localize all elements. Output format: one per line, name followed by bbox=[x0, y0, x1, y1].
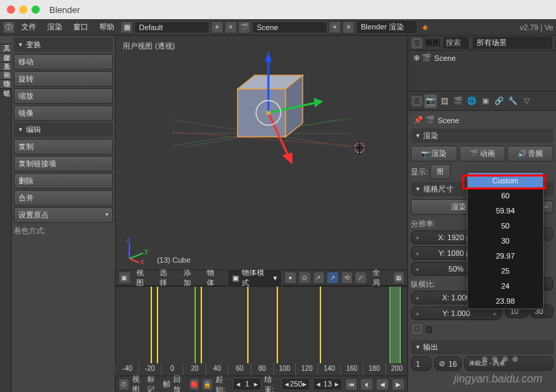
remove-scene-button[interactable]: × bbox=[342, 21, 355, 34]
current-frame-field[interactable]: ◂13▸ bbox=[313, 378, 342, 391]
outliner-editor-icon[interactable]: ☰ bbox=[411, 37, 423, 49]
tab-render-icon[interactable]: 📷 bbox=[425, 94, 437, 108]
jump-start-button[interactable]: ⏮ bbox=[345, 378, 358, 391]
menu-window[interactable]: 窗口 bbox=[68, 21, 93, 34]
add-layout-button[interactable]: + bbox=[211, 21, 223, 34]
timeline-frame-menu[interactable]: 帧 bbox=[163, 379, 170, 389]
output-frame-start[interactable]: 1 bbox=[411, 356, 431, 371]
scene-select[interactable]: Scene bbox=[252, 21, 327, 34]
properties-tabs: ☰ 📷 🖼 🎬 🌐 ▣ 🔗 🔧 ▽ bbox=[408, 92, 556, 111]
duplicate-button[interactable]: 复制 bbox=[14, 139, 113, 155]
info-editor-icon[interactable]: ⓘ bbox=[3, 21, 15, 34]
delete-button[interactable]: 删除 bbox=[14, 173, 113, 189]
prev-keyframe-button[interactable]: ⏴ bbox=[360, 378, 373, 391]
properties-breadcrumb: 📌 🎬 Scene bbox=[411, 114, 553, 127]
menu-help[interactable]: 帮助 bbox=[94, 21, 119, 34]
fps-option-30[interactable]: 30 bbox=[468, 233, 543, 248]
3d-editor-type-icon[interactable]: ▣ bbox=[118, 272, 131, 284]
tab-relations[interactable]: 关系 bbox=[0, 53, 12, 62]
minimize-window-button[interactable] bbox=[19, 5, 27, 14]
fps-option-60[interactable]: 60 bbox=[468, 188, 543, 203]
outliner-header: ☰ 视图 搜索 所有场景 bbox=[408, 36, 556, 51]
timeline-view-menu[interactable]: 视图 bbox=[132, 374, 145, 393]
close-window-button[interactable] bbox=[7, 5, 15, 14]
render-button[interactable]: 📷 渲染 bbox=[411, 146, 457, 161]
scale-button[interactable]: 缩放 bbox=[14, 88, 113, 104]
tab-object-icon[interactable]: ▣ bbox=[479, 94, 492, 108]
3d-viewport[interactable]: 用户视图 (透视) bbox=[116, 36, 407, 270]
properties-editor-icon[interactable]: ☰ bbox=[411, 95, 423, 107]
shading-solid-icon[interactable]: ● bbox=[284, 272, 296, 284]
start-frame-field[interactable]: ◂1▸ bbox=[233, 378, 262, 391]
transform-header[interactable]: 变换 bbox=[14, 38, 113, 52]
render-panel-header[interactable]: 渲染 bbox=[411, 129, 553, 143]
outliner-view-menu[interactable]: 视图 bbox=[425, 38, 440, 48]
manipulator-scale-icon[interactable]: ⤢ bbox=[355, 272, 367, 284]
tab-world-icon[interactable]: 🌐 bbox=[466, 94, 478, 108]
shading-label: 着色方式: bbox=[14, 224, 113, 237]
play-reverse-button[interactable]: ◀ bbox=[376, 378, 389, 391]
tab-tools[interactable]: 工具 bbox=[0, 36, 12, 44]
lock-icon[interactable]: 🔒 bbox=[202, 378, 213, 391]
cube-object[interactable] bbox=[173, 36, 351, 188]
join-button[interactable]: 合并 bbox=[14, 190, 113, 206]
timeline-playback-menu[interactable]: 回放 bbox=[173, 374, 186, 393]
tab-create[interactable]: 创建 bbox=[0, 44, 12, 53]
layers-icon[interactable]: ▦ bbox=[393, 272, 405, 284]
svg-text:y: y bbox=[144, 246, 149, 254]
maximize-window-button[interactable] bbox=[31, 5, 40, 14]
auto-keyframe-icon[interactable]: 🔴 bbox=[189, 378, 200, 391]
outliner-search-field[interactable]: 搜索 bbox=[442, 36, 470, 50]
screen-layout-select[interactable]: Default bbox=[134, 21, 210, 34]
manipulator-icon[interactable]: ↗ bbox=[313, 272, 325, 284]
tab-data-icon[interactable]: ▽ bbox=[520, 94, 533, 108]
timeline-canvas[interactable]: -40 -20 0 20 40 60 80 100 120 140 160 18… bbox=[116, 287, 407, 376]
menu-render[interactable]: 渲染 bbox=[42, 21, 67, 34]
app-title: Blender bbox=[49, 5, 80, 15]
translate-button[interactable]: 移动 bbox=[14, 54, 113, 70]
tab-modifiers-icon[interactable]: 🔧 bbox=[507, 94, 519, 108]
manipulator-rotate-icon[interactable]: ⟲ bbox=[341, 272, 353, 284]
rotate-button[interactable]: 旋转 bbox=[14, 71, 113, 87]
outliner-item-scene[interactable]: ⊕ 🎬 Scene bbox=[414, 53, 551, 62]
menu-file[interactable]: 文件 bbox=[16, 21, 41, 34]
tab-physics[interactable]: 物理 bbox=[0, 71, 12, 80]
edit-header[interactable]: 编辑 bbox=[14, 122, 113, 137]
fps-option-custom[interactable]: Custom bbox=[468, 173, 543, 188]
tab-grease-pencil[interactable]: 蜡笔 bbox=[0, 80, 12, 89]
fps-option-50[interactable]: 50 bbox=[468, 218, 543, 233]
mirror-button[interactable]: 镜像 bbox=[14, 105, 113, 121]
scene-icon[interactable]: 🎬 bbox=[238, 21, 251, 34]
add-scene-button[interactable]: + bbox=[329, 21, 341, 34]
timeline-current-frame-cursor[interactable] bbox=[390, 287, 401, 363]
tab-animation[interactable]: 动画 bbox=[0, 62, 12, 71]
end-frame-field[interactable]: ◂250▸ bbox=[281, 378, 310, 391]
render-audio-button[interactable]: 🔊 音频 bbox=[507, 146, 553, 161]
border-checkbox[interactable]: ☐ bbox=[411, 323, 423, 335]
fps-option-24[interactable]: 24 bbox=[468, 278, 543, 293]
set-origin-button[interactable]: 设置原点 bbox=[14, 207, 113, 223]
pivot-icon[interactable]: ⊙ bbox=[299, 272, 311, 284]
tab-render-layers-icon[interactable]: 🖼 bbox=[438, 94, 451, 108]
layout-grid-icon[interactable]: ▦ bbox=[121, 21, 133, 34]
outliner-filter-select[interactable]: 所有场景 bbox=[472, 36, 553, 50]
tab-scene-icon[interactable]: 🎬 bbox=[452, 94, 464, 108]
blender-logo-icon: ◆ bbox=[419, 21, 431, 34]
tab-constraints-icon[interactable]: 🔗 bbox=[493, 94, 505, 108]
timeline-editor-icon[interactable]: ⏱ bbox=[118, 378, 129, 391]
top-menu-bar: ⓘ 文件 渲染 窗口 帮助 ▦ Default + × 🎬 Scene + × … bbox=[0, 19, 556, 36]
remove-layout-button[interactable]: × bbox=[225, 21, 237, 34]
fps-option-25[interactable]: 25 bbox=[468, 263, 543, 278]
manipulator-translate-icon[interactable]: ↗ bbox=[327, 272, 339, 284]
duplicate-linked-button[interactable]: 复制链接项 bbox=[14, 156, 113, 172]
display-mode-select[interactable]: 图 bbox=[430, 164, 451, 179]
timeline-marker-menu[interactable]: 标记 bbox=[147, 374, 160, 393]
fps-option-2398[interactable]: 23.98 bbox=[468, 293, 543, 309]
render-animation-button[interactable]: 🎬 动画 bbox=[459, 146, 505, 161]
fps-option-2997[interactable]: 29.97 bbox=[468, 248, 543, 263]
output-frame-end[interactable]: ⊘ 16 bbox=[434, 356, 462, 371]
fps-option-5994[interactable]: 59.94 bbox=[468, 203, 543, 218]
outliner-tree[interactable]: ⊕ 🎬 Scene bbox=[408, 51, 556, 92]
play-button[interactable]: ▶ bbox=[392, 378, 405, 391]
render-engine-select[interactable]: Blender 渲染 bbox=[356, 20, 418, 34]
